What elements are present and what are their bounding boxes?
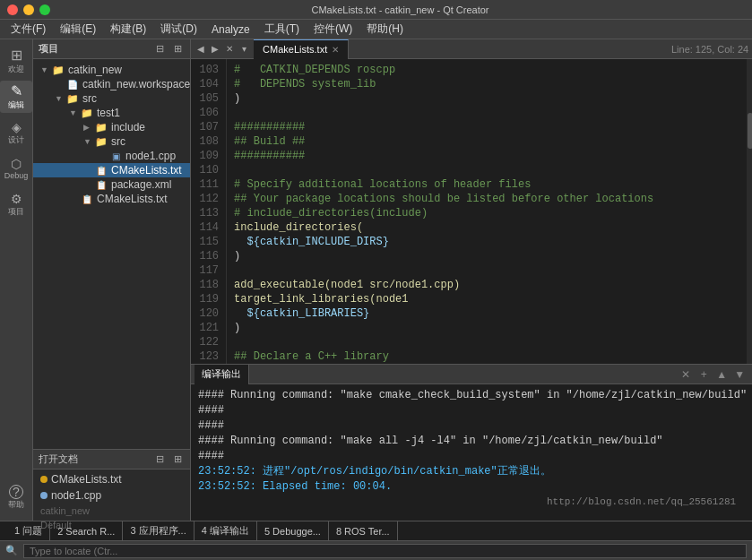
output-line: #### [198, 418, 747, 434]
line-num: 105 [191, 91, 219, 106]
line-num: 114 [191, 220, 219, 235]
code-line-113: # include_directories(include) [234, 206, 739, 220]
tree-item-include[interactable]: ▶ 📁 include [33, 120, 190, 134]
output-up-btn[interactable]: ▲ [714, 367, 729, 382]
close-button[interactable] [7, 4, 18, 15]
sidebar-item-debug[interactable]: ⬡ Debug [0, 152, 32, 185]
output-down-btn[interactable]: ▼ [732, 367, 747, 382]
code-line-117 [234, 263, 739, 278]
filter-button[interactable]: ⊟ [152, 42, 167, 56]
minimize-button[interactable] [23, 4, 34, 15]
tree-item-label: include [111, 121, 145, 134]
status-search[interactable]: 2 Search R... [50, 521, 123, 541]
tab-nav-back[interactable]: ◀ [194, 43, 207, 56]
output-tabs: 编译输出 ✕ + ▲ ▼ [191, 365, 752, 384]
sidebar-item-edit[interactable]: ✎ 编辑 [0, 81, 32, 113]
status-app[interactable]: 3 应用程序... [123, 521, 194, 541]
tree-item-label: src [111, 135, 125, 148]
tree-item-src-sub[interactable]: ▼ 📁 src [33, 134, 190, 149]
tree-item-test1[interactable]: ▼ 📁 test1 [33, 106, 190, 120]
open-files-expand[interactable]: ⊞ [170, 452, 185, 467]
tab-nav-menu[interactable]: ▾ [238, 43, 250, 56]
maximize-button[interactable] [39, 4, 50, 15]
tree-item-cmake-selected[interactable]: 📋 CMakeLists.txt [33, 163, 190, 177]
output-line-elapsed: 23:52:52: Elapsed time: 00:04. [198, 479, 747, 495]
tree-item-label: catkin_new.workspace [82, 78, 190, 90]
tree-item-workspace[interactable]: 📄 catkin_new.workspace [33, 77, 190, 91]
status-problems[interactable]: 1 问题 [7, 521, 50, 541]
code-normal [234, 236, 246, 248]
sidebar-icons: ⊞ 欢迎 ✎ 编辑 ◈ 设计 ⬡ Debug ⚙ 项目 ? 帮助 [0, 39, 33, 521]
tree-arrow: ▼ [55, 94, 65, 103]
line-numbers: 103 104 105 106 107 108 109 110 111 112 … [191, 59, 227, 364]
editor-content[interactable]: # CATKIN_DEPENDS roscpp # DEPENDS system… [227, 59, 747, 364]
open-files-label: 打开文档 [39, 452, 78, 466]
output-line-timestamp: 23:52:52: 进程"/opt/ros/indigo/bin/catkin_… [198, 464, 747, 479]
tree-item-label: CMakeLists.txt [97, 193, 168, 205]
code-line-112: ## Your package locations should be list… [234, 192, 739, 206]
menu-analyze[interactable]: Analyze [204, 22, 257, 38]
output-add-btn[interactable]: + [696, 367, 711, 382]
menu-controls[interactable]: 控件(W) [307, 20, 359, 39]
left-panel: 项目 ⊟ ⊞ ▼ 📁 catkin_new 📄 catkin_new.works… [33, 39, 191, 521]
tree-item-src[interactable]: ▼ 📁 src [33, 91, 190, 106]
open-files-filter[interactable]: ⊟ [152, 452, 167, 467]
tab-nav-forward[interactable]: ▶ [209, 43, 221, 56]
tab-cmake[interactable]: CMakeLists.txt ✕ [254, 39, 349, 59]
right-panel: ◀ ▶ ✕ ▾ CMakeLists.txt ✕ Line: 125, Col:… [191, 39, 752, 521]
menu-tools[interactable]: 工具(T) [257, 20, 307, 39]
menu-edit[interactable]: 编辑(E) [53, 20, 103, 39]
output-line: #### [198, 403, 747, 418]
menu-help[interactable]: 帮助(H) [359, 20, 411, 39]
menu-debug[interactable]: 调试(D) [153, 20, 204, 39]
code-line-103: # CATKIN_DEPENDS roscpp [234, 63, 739, 77]
line-num: 103 [191, 63, 219, 77]
project-name-indicator: catkin_new [37, 504, 186, 518]
line-num: 119 [191, 292, 219, 306]
menu-build[interactable]: 构建(B) [103, 20, 153, 39]
tree-arrow: ▼ [40, 65, 51, 74]
project-label: 项目 [39, 42, 58, 56]
collapse-button[interactable]: ⊞ [170, 42, 185, 56]
folder-icon: 📁 [94, 135, 108, 148]
file-tree: ▼ 📁 catkin_new 📄 catkin_new.workspace ▼ … [33, 59, 190, 449]
sidebar-item-project[interactable]: ⚙ 项目 [0, 188, 32, 220]
search-input[interactable] [23, 544, 747, 558]
tab-close-button[interactable]: ✕ [332, 45, 339, 55]
sidebar-welcome-label: 欢迎 [8, 64, 24, 75]
output-tab-compile[interactable]: 编译输出 [194, 365, 249, 384]
tree-item-label: node1.cpp [125, 150, 176, 162]
status-ros[interactable]: 8 ROS Ter... [329, 521, 398, 541]
line-num: 104 [191, 77, 219, 91]
menu-file[interactable]: 文件(F) [4, 20, 53, 39]
tree-arrow: ▼ [83, 137, 94, 146]
open-file-node1[interactable]: node1.cpp [37, 487, 186, 504]
open-file-label: node1.cpp [51, 489, 101, 502]
main-layout: ⊞ 欢迎 ✎ 编辑 ◈ 设计 ⬡ Debug ⚙ 项目 ? 帮助 项目 ⊟ [0, 39, 752, 521]
line-num: 107 [191, 120, 219, 134]
tree-item-node1-cpp[interactable]: ▣ node1.cpp [33, 149, 190, 163]
line-num: 115 [191, 235, 219, 249]
tree-item-label: package.xml [111, 178, 171, 191]
tree-item-catkin-new[interactable]: ▼ 📁 catkin_new [33, 63, 190, 77]
status-compile[interactable]: 4 编译输出 [194, 521, 257, 541]
cpp-file-icon: ▣ [108, 150, 123, 162]
open-file-cmake[interactable]: CMakeLists.txt [37, 471, 186, 487]
editor-scrollbar[interactable] [747, 59, 752, 364]
line-num: 120 [191, 306, 219, 321]
tab-nav-close[interactable]: ✕ [223, 43, 236, 56]
line-num: 121 [191, 321, 219, 335]
code-normal [234, 307, 246, 320]
status-debugger[interactable]: 5 Debugge... [257, 521, 329, 541]
tree-item-package-xml[interactable]: 📋 package.xml [33, 177, 190, 192]
tree-item-cmake-root[interactable]: 📋 CMakeLists.txt [33, 192, 190, 206]
sidebar-item-design[interactable]: ◈ 设计 [0, 116, 32, 149]
sidebar-item-help[interactable]: ? 帮助 [0, 481, 32, 513]
editor-status-text: Line: 125, Col: 24 [671, 44, 748, 55]
project-name-label: catkin_new [40, 505, 90, 516]
output-clear-btn[interactable]: ✕ [679, 367, 693, 382]
folder-icon: 📁 [51, 64, 65, 76]
sidebar-item-welcome[interactable]: ⊞ 欢迎 [0, 45, 32, 77]
line-num: 106 [191, 106, 219, 120]
code-line-120: ${catkin_LIBRARIES} [234, 306, 739, 321]
